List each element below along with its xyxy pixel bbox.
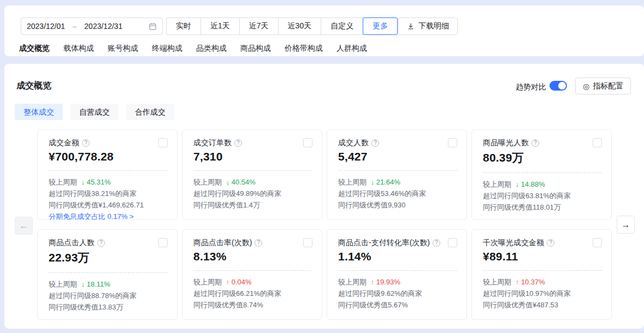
metric-title: 商品点击率(次数) — [193, 238, 252, 248]
help-icon[interactable]: ? — [371, 139, 379, 147]
section-tab[interactable]: 品类构成 — [196, 44, 227, 53]
quick-range-button[interactable]: 近1天 — [200, 17, 240, 35]
dashed-divider — [338, 170, 457, 171]
carousel-next-button[interactable]: → — [617, 216, 635, 234]
metric-value: 8.13% — [193, 250, 312, 263]
metric-value: 7,310 — [193, 150, 312, 163]
panel-title: 成交概览 — [16, 80, 51, 92]
period-change-line: 较上周期 ↑ 19.93% — [338, 276, 457, 288]
deal-type-pill[interactable]: 整体成交 — [15, 104, 63, 120]
card-select-checkbox[interactable] — [303, 238, 312, 247]
peer-rank-line: 超过同行同级10.97%的商家 — [483, 288, 602, 299]
quick-range-button[interactable]: 近7天 — [239, 17, 279, 35]
period-change-line: 较上周期 ↓ 21.64% — [338, 176, 457, 188]
help-icon[interactable]: ? — [97, 239, 105, 247]
quick-range-button[interactable]: 更多 — [363, 17, 398, 35]
dashed-divider — [193, 270, 312, 271]
card-header: 成交人数 ? — [338, 138, 457, 148]
metric-title: 成交人数 — [338, 138, 369, 148]
carousel-prev-button[interactable]: ← — [15, 217, 33, 235]
peer-rank-line: 超过同行同级63.81%的商家 — [483, 190, 602, 201]
deal-type-pill[interactable]: 自营成交 — [70, 104, 119, 120]
period-label: 较上周期 — [338, 178, 367, 186]
card-header: 商品点击-支付转化率(次数) ? — [338, 238, 457, 248]
quick-range-button[interactable]: 近30天 — [278, 17, 322, 35]
peer-best-line: 同行同级优秀值5.67% — [338, 299, 457, 311]
quick-range-button[interactable]: 自定义 — [321, 17, 363, 35]
card-select-checkbox[interactable] — [448, 238, 457, 247]
peer-rank-line: 超过同行同级38.21%的商家 — [49, 188, 168, 199]
installment-share-link[interactable]: 分期免息成交占比 0.17% > — [49, 211, 168, 220]
period-change-line: 较上周期 ↑ 10.37% — [483, 276, 602, 288]
trend-compare-label: 趋势对比 — [516, 82, 546, 92]
period-change-line: 较上周期 ↓ 45.31% — [49, 176, 168, 188]
download-details-button[interactable]: 下载明细 — [398, 17, 458, 35]
quick-range-button[interactable]: 实时 — [166, 17, 201, 35]
section-tab[interactable]: 载体构成 — [63, 44, 94, 53]
deal-type-segments: 整体成交 自营成交 合作成交 — [15, 104, 174, 120]
help-icon[interactable]: ? — [433, 239, 440, 247]
trend-compare-toggle[interactable] — [550, 81, 567, 91]
section-tabs: 成交概览 载体构成 账号构成 终端构成 品类构成 商品构成 价格带构成 人群构成 — [19, 44, 367, 53]
card-header: 商品曝光人数 ? — [483, 138, 602, 148]
peer-best-line: 同行同级优秀值¥1,469,626.71 — [49, 199, 168, 211]
metric-title: 千次曝光成交金额 — [483, 238, 544, 248]
card-select-checkbox[interactable] — [158, 238, 168, 247]
section-tab[interactable]: 终端构成 — [152, 44, 182, 53]
help-icon[interactable]: ? — [547, 239, 554, 247]
help-icon[interactable]: ? — [255, 239, 262, 247]
peer-best-line: 同行同级优秀值8.74% — [193, 299, 312, 311]
metric-card: 商品曝光人数 ? 80.39万 较上周期 ↓ 14.88% 超过同行同级63.8… — [471, 129, 612, 220]
peer-rank-line: 超过同行同级9.62%的商家 — [338, 288, 457, 299]
help-icon[interactable]: ? — [82, 139, 90, 147]
metric-value: 5,427 — [338, 150, 457, 163]
metric-title: 成交金额 — [49, 138, 79, 148]
section-tab[interactable]: 账号构成 — [108, 44, 138, 53]
change-value: ↓ 40.54% — [226, 178, 256, 186]
metric-value: 22.93万 — [49, 250, 168, 265]
metric-value: 80.39万 — [483, 150, 602, 165]
peer-rank-line: 超过同行同级53.46%的商家 — [338, 188, 457, 199]
change-value: ↓ 14.88% — [516, 180, 545, 188]
arrow-left-icon: ← — [20, 221, 28, 231]
help-icon[interactable]: ? — [531, 139, 539, 147]
metric-card: 成交金额 ? ¥700,778.28 较上周期 ↓ 45.31% 超过同行同级3… — [37, 129, 178, 220]
card-header: 成交金额 ? — [49, 138, 168, 148]
period-change-line: 较上周期 ↑ 0.04% — [193, 276, 312, 288]
change-value: ↑ 0.04% — [226, 278, 252, 286]
peer-rank-line: 超过同行同级88.78%的商家 — [49, 290, 168, 301]
period-label: 较上周期 — [193, 278, 222, 286]
date-start[interactable]: 2023/12/01 — [27, 22, 65, 31]
card-select-checkbox[interactable] — [593, 138, 602, 147]
arrow-right-icon: → — [622, 220, 630, 230]
card-select-checkbox[interactable] — [303, 138, 312, 147]
calendar-icon[interactable] — [149, 22, 157, 31]
card-header: 商品点击人数 ? — [49, 238, 168, 248]
card-select-checkbox[interactable] — [593, 238, 602, 247]
section-tab[interactable]: 人群构成 — [336, 44, 367, 53]
section-tab[interactable]: 商品构成 — [240, 44, 271, 53]
dashed-divider — [49, 272, 168, 273]
change-value: ↓ 45.31% — [81, 178, 111, 186]
card-select-checkbox[interactable] — [158, 138, 168, 147]
period-label: 较上周期 — [193, 178, 222, 186]
date-range-picker[interactable]: 2023/12/01 – 2023/12/31 — [21, 17, 163, 35]
section-tab[interactable]: 价格带构成 — [285, 44, 323, 53]
metric-cards-grid: 成交金额 ? ¥700,778.28 较上周期 ↓ 45.31% 超过同行同级3… — [37, 129, 612, 320]
period-change-line: 较上周期 ↓ 40.54% — [193, 176, 312, 188]
metric-card: 商品点击人数 ? 22.93万 较上周期 ↓ 18.11% 超过同行同级88.7… — [37, 229, 178, 320]
peer-rank-line: 超过同行同级49.89%的商家 — [193, 188, 312, 199]
period-label: 较上周期 — [483, 278, 511, 286]
date-end[interactable]: 2023/12/31 — [84, 22, 122, 31]
change-value: ↑ 19.93% — [371, 278, 400, 286]
dashed-divider — [193, 170, 312, 171]
period-label: 较上周期 — [483, 180, 511, 188]
help-icon[interactable]: ? — [234, 139, 242, 147]
section-tab[interactable]: 成交概览 — [19, 44, 50, 53]
card-select-checkbox[interactable] — [448, 138, 457, 147]
deal-type-pill[interactable]: 合作成交 — [126, 104, 174, 120]
card-header: 商品点击率(次数) ? — [193, 238, 312, 248]
metric-config-button[interactable]: ◎ 指标配置 — [575, 78, 631, 94]
download-icon — [407, 22, 415, 30]
period-label: 较上周期 — [49, 280, 77, 288]
